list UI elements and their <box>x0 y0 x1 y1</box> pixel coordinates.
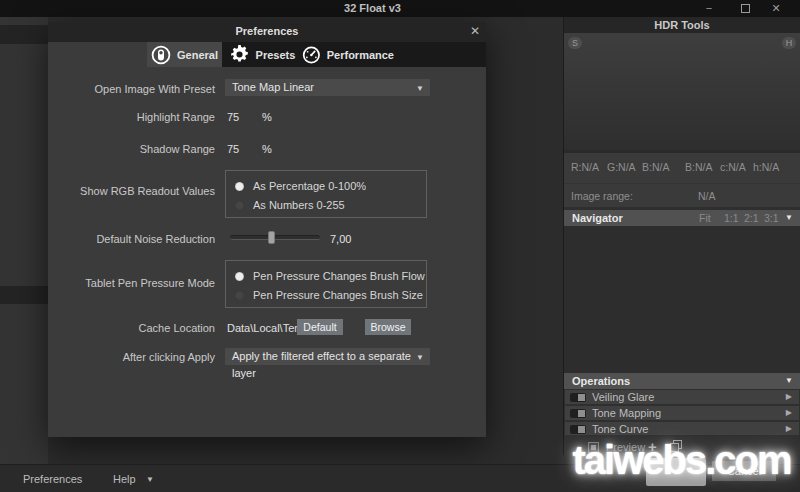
radio-brush-size-label: Pen Pressure Changes Brush Size <box>253 289 423 301</box>
readout-r: R:N/A <box>571 161 599 173</box>
chevron-down-icon: ▼ <box>785 210 793 226</box>
radio-unselected-icon <box>235 291 244 300</box>
operation-tone-mapping[interactable]: Tone Mapping ▶ <box>565 406 799 420</box>
radio-brush-flow[interactable]: Pen Pressure Changes Brush Flow <box>235 269 425 283</box>
radio-unselected-icon <box>235 201 244 210</box>
tab-performance-label: Performance <box>327 49 394 61</box>
operation-veiling-glare[interactable]: Veiling Glare ▶ <box>565 390 799 404</box>
pen-pressure-group: Pen Pressure Changes Brush Flow Pen Pres… <box>225 260 427 308</box>
tab-general[interactable]: General <box>147 42 222 67</box>
shadow-range-label: Shadow Range <box>48 143 215 155</box>
tab-general-label: General <box>177 49 218 61</box>
close-icon[interactable]: ✕ <box>768 1 784 16</box>
dialog-header: Preferences ✕ <box>48 22 486 42</box>
rgb-readout-group: As Percentage 0-100% As Numbers 0-255 <box>225 170 427 218</box>
minimize-icon[interactable]: − <box>701 1 717 16</box>
slider-knob[interactable] <box>268 231 275 244</box>
tab-performance[interactable]: Performance <box>302 42 394 67</box>
open-image-preset-value: Tone Map Linear <box>232 81 314 93</box>
shadow-range-value[interactable]: 75 <box>227 143 239 155</box>
chevron-down-icon: ▼ <box>416 80 424 97</box>
toggle-icon[interactable] <box>570 409 586 418</box>
chevron-down-icon: ▼ <box>785 373 793 389</box>
watermark-text: taiwebs.com <box>563 438 800 483</box>
toolbar-slot-middle[interactable] <box>0 286 48 304</box>
after-apply-select[interactable]: Apply the filtered effect to a separate … <box>225 348 430 365</box>
title-bar: 32 Float v3 − ✕ <box>0 0 800 17</box>
radio-as-percentage[interactable]: As Percentage 0-100% <box>235 179 366 193</box>
radio-as-numbers[interactable]: As Numbers 0-255 <box>235 198 345 212</box>
general-icon <box>151 45 171 65</box>
preferences-menu[interactable]: Preferences <box>23 473 82 485</box>
readout-band: R:N/A G:N/A B:N/A B:N/A c:N/A h:N/A Imag… <box>564 150 800 207</box>
noise-reduction-label: Default Noise Reduction <box>48 233 215 245</box>
maximize-icon[interactable] <box>741 4 750 13</box>
highlight-range-unit: % <box>262 111 272 123</box>
hdr-tools-panel: HDR Tools Brightness Histogram ▼ S H R:N… <box>563 17 800 455</box>
after-apply-label: After clicking Apply <box>48 351 215 363</box>
readout-g: G:N/A <box>607 161 636 173</box>
shadow-marker[interactable]: S <box>568 37 582 49</box>
noise-reduction-slider[interactable] <box>230 235 320 240</box>
readout-b2: B:N/A <box>685 161 712 173</box>
help-menu[interactable]: Help <box>113 473 136 485</box>
operation-tone-curve[interactable]: Tone Curve ▶ <box>565 422 799 435</box>
open-image-preset-select[interactable]: Tone Map Linear ▼ <box>225 79 430 96</box>
cache-location-label: Cache Location <box>48 322 215 334</box>
dialog-tab-bar: General Presets Performance <box>147 42 486 67</box>
preferences-dialog: Preferences ✕ General Presets <box>48 22 486 437</box>
radio-brush-flow-label: Pen Pressure Changes Brush Flow <box>253 270 425 282</box>
navigator-header[interactable]: Navigator Fit 1:1 2:1 3:1 ▼ <box>564 210 800 226</box>
hdr-tools-title: HDR Tools <box>564 17 800 33</box>
readout-h: h:N/A <box>753 161 779 173</box>
chevron-right-icon[interactable]: ▶ <box>786 422 792 436</box>
dialog-title: Preferences <box>48 25 486 37</box>
noise-reduction-value: 7,00 <box>330 233 351 245</box>
nav-zoom-1-1[interactable]: 1:1 <box>724 210 739 226</box>
performance-gauge-icon <box>302 45 321 65</box>
toggle-icon[interactable] <box>570 393 586 402</box>
nav-zoom-2-1[interactable]: 2:1 <box>744 210 759 226</box>
chevron-right-icon[interactable]: ▶ <box>786 406 792 420</box>
radio-selected-icon <box>235 182 244 191</box>
chevron-down-icon: ▼ <box>416 349 424 366</box>
chevron-right-icon[interactable]: ▶ <box>786 390 792 404</box>
cache-default-button[interactable]: Default <box>297 319 343 335</box>
navigator-preview[interactable] <box>564 226 800 373</box>
operation-label: Tone Curve <box>592 422 648 436</box>
readout-b: B:N/A <box>642 161 669 173</box>
highlight-marker[interactable]: H <box>782 37 796 49</box>
image-range-row: Image range: N/A <box>564 183 800 205</box>
readout-c: c:N/A <box>720 161 746 173</box>
navigator-title: Navigator <box>572 212 623 224</box>
left-toolbar <box>0 17 48 464</box>
presets-gear-icon <box>229 44 250 65</box>
operations-header[interactable]: Operations ▼ <box>564 373 800 389</box>
highlight-range-value[interactable]: 75 <box>227 111 239 123</box>
nav-zoom-3-1[interactable]: 3:1 <box>764 210 779 226</box>
chevron-down-icon: ▼ <box>146 475 154 484</box>
after-apply-value: Apply the filtered effect to a separate … <box>232 350 411 379</box>
window-title: 32 Float v3 <box>0 2 745 14</box>
image-range-value: N/A <box>698 190 716 202</box>
toggle-icon[interactable] <box>570 425 586 434</box>
radio-brush-size[interactable]: Pen Pressure Changes Brush Size <box>235 288 423 302</box>
tab-presets-label: Presets <box>256 49 296 61</box>
operations-title: Operations <box>572 375 630 387</box>
pen-pressure-label: Tablet Pen Pressure Mode <box>48 277 215 289</box>
highlight-range-label: Highlight Range <box>48 111 215 123</box>
radio-selected-icon <box>235 272 244 281</box>
cache-browse-button[interactable]: Browse <box>365 319 411 335</box>
operation-label: Veiling Glare <box>592 390 654 404</box>
dialog-close-icon[interactable]: ✕ <box>470 24 480 38</box>
brightness-histogram-canvas[interactable]: S H <box>564 33 800 150</box>
open-image-label: Open Image With Preset <box>48 83 215 95</box>
rgb-readout-label: Show RGB Readout Values <box>48 185 215 197</box>
nav-zoom-fit[interactable]: Fit <box>699 210 711 226</box>
image-range-label: Image range: <box>571 190 633 202</box>
radio-as-numbers-label: As Numbers 0-255 <box>253 199 345 211</box>
app-window: 32 Float v3 − ✕ Preferences ✕ General <box>0 0 800 492</box>
toolbar-slot-top[interactable] <box>0 25 48 44</box>
tab-presets[interactable]: Presets <box>222 42 302 67</box>
shadow-range-unit: % <box>262 143 272 155</box>
